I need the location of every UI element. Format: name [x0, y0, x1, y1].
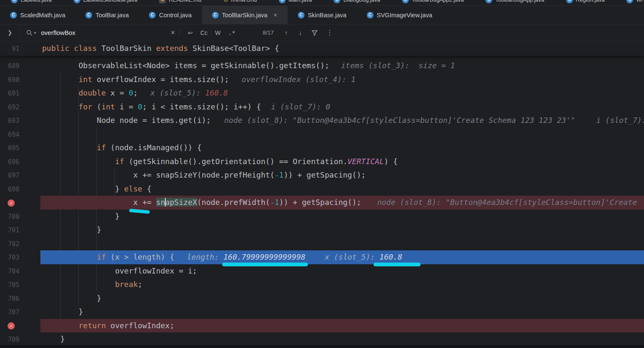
- java-class-icon: C: [566, 0, 573, 3]
- indent: [42, 225, 97, 234]
- code-token: i =: [119, 102, 138, 111]
- tab-dialogbug-java[interactable]: CDialogBug.java: [323, 0, 391, 3]
- next-occurrence-icon[interactable]: ↓: [299, 29, 302, 36]
- sticky-line[interactable]: 91public class ToolBarSkin extends SkinB…: [0, 41, 644, 56]
- gutter: 91: [0, 41, 40, 56]
- tab-region-java[interactable]: CRegion.java: [555, 0, 616, 3]
- text-caret: [165, 198, 166, 207]
- code-line-702[interactable]: 702: [0, 237, 644, 251]
- code-token: 0: [129, 88, 133, 97]
- code-text: return overflowIndex;: [40, 321, 174, 330]
- code-line-691[interactable]: 691 double x = 0;x (slot_5): 160.8: [0, 86, 644, 100]
- indent: [42, 157, 115, 166]
- filter-icon[interactable]: [311, 29, 318, 36]
- tab-control-java[interactable]: CControl.java: [139, 6, 201, 24]
- code-line-706[interactable]: 706 }: [0, 292, 644, 305]
- line-number: 703: [0, 251, 19, 265]
- expand-replace-button[interactable]: ❯: [0, 24, 20, 41]
- previous-occurrence-icon[interactable]: ↑: [285, 29, 288, 36]
- code-text: for (int i = 0; i < items.size(); i++) {: [40, 102, 261, 111]
- tab-labeled-java[interactable]: CLabeled.java: [0, 0, 63, 3]
- breakpoint-icon[interactable]: ✓: [8, 199, 15, 207]
- tab-wi[interactable]: CWi: [615, 0, 644, 3]
- indent: [42, 307, 79, 316]
- whole-words-toggle[interactable]: W: [211, 29, 224, 36]
- newline-toggle-icon[interactable]: ↩: [184, 29, 196, 36]
- gutter: 703: [0, 250, 40, 265]
- tab-main-java[interactable]: CMain.java: [268, 0, 323, 3]
- tab-readme-md[interactable]: MREADME.md: [148, 0, 212, 3]
- gutter: 701: [0, 223, 40, 237]
- tab-svgimageview-java[interactable]: CSVGImageView.java: [357, 6, 443, 24]
- indent: [42, 61, 79, 70]
- code-editor[interactable]: 689 ObservableList<Node> items = getSkin…: [0, 56, 644, 348]
- code-line-699[interactable]: ✓ x += snapSizeX(node.prefWidth(-1)) + g…: [0, 196, 644, 210]
- hint-token: 160.8: [205, 88, 228, 97]
- breakpoint-icon[interactable]: ✓: [8, 322, 15, 329]
- tab-label: DialogBug.java: [343, 0, 380, 3]
- code-line-708[interactable]: ✓ return overflowIndex;: [0, 319, 644, 333]
- line-number: 695: [0, 141, 19, 155]
- gutter: 698: [0, 182, 40, 197]
- code-line-705[interactable]: 705 break;: [0, 278, 644, 292]
- code-token: public class: [42, 44, 101, 53]
- code-line-697[interactable]: 697 x += snapSizeY(node.prefHeight(-1)) …: [0, 168, 644, 182]
- debugger-inline-hint: overflowIndex (slot_4): 1: [241, 75, 355, 84]
- hint-token: x (slot_5):: [151, 88, 205, 97]
- code-token: if: [97, 252, 111, 261]
- code-line-698[interactable]: 698 } else {: [0, 182, 644, 196]
- search-input[interactable]: [40, 29, 168, 37]
- hint-token: node (slot_8): "Button@4ea3b4cf[styleCla…: [377, 198, 637, 207]
- code-token: Node node = items.get(i);: [97, 116, 211, 125]
- code-line-703[interactable]: 703 if (x > length) {length: 160.7999999…: [0, 250, 644, 264]
- code-line-693[interactable]: 693 Node node = items.get(i);node (slot_…: [0, 114, 644, 128]
- code-line-694[interactable]: 694: [0, 128, 644, 141]
- code-line-707[interactable]: 707 }: [0, 305, 644, 319]
- code-text: }: [40, 225, 101, 234]
- regex-toggle[interactable]: .*: [225, 29, 239, 36]
- tab-mvnw-cmd[interactable]: ⚙mvnw.cmd: [212, 0, 268, 3]
- tab-scaledmath-java[interactable]: CScaledMath.java: [0, 6, 75, 24]
- tab-toolbar-java[interactable]: CToolBar.java: [75, 6, 139, 24]
- debugger-inline-hint: i (slot_7):: [596, 116, 644, 125]
- line-number: 698: [0, 183, 19, 197]
- indent: [42, 184, 115, 193]
- tab-toolbarbugapp2-java[interactable]: CToolbarBugApp2.java: [391, 0, 475, 3]
- code-line-692[interactable]: 692 for (int i = 0; i < items.size(); i+…: [0, 100, 644, 114]
- java-class-icon: C: [74, 0, 80, 3]
- more-options-icon[interactable]: ⋮: [326, 29, 333, 37]
- line-number: 690: [0, 73, 19, 87]
- code-line-701[interactable]: 701 }: [0, 223, 644, 237]
- gutter: 696: [0, 155, 40, 169]
- search-icon[interactable]: ▾: [26, 29, 36, 36]
- code-line-689[interactable]: 689 ObservableList<Node> items = getSkin…: [0, 59, 644, 73]
- code-text: if (x > length) {: [40, 252, 174, 261]
- horizontal-scrollbar[interactable]: [0, 345, 644, 348]
- code-token: overflowIndex = items.size();: [97, 75, 229, 84]
- gutter: ✓: [0, 319, 40, 333]
- close-tab-icon[interactable]: ✕: [273, 12, 278, 18]
- tab-labeledskinbase-java[interactable]: CLabeledSkinBase.java: [63, 0, 148, 3]
- code-line-709[interactable]: 709 }: [0, 332, 644, 346]
- code-token: for: [79, 102, 97, 111]
- code-token: (getSkinnable().getOrientation() == Orie…: [129, 157, 347, 166]
- code-text: ObservableList<Node> items = getSkinnabl…: [40, 61, 329, 70]
- code-line-700[interactable]: 700 }: [0, 210, 644, 223]
- tab-toolbarskin-java[interactable]: CToolBarSkin.java✕: [202, 6, 288, 24]
- code-token: apSizeX: [165, 198, 197, 207]
- match-case-toggle[interactable]: Cc: [196, 29, 211, 36]
- code-text: } else {: [40, 184, 151, 193]
- tab-toolbarbugapp-java[interactable]: CToolbarBugApp.java: [474, 0, 555, 3]
- gutter: 697: [0, 168, 40, 183]
- code-line-696[interactable]: 696 if (getSkinnable().getOrientation() …: [0, 155, 644, 169]
- code-line-690[interactable]: 690 int overflowIndex = items.size();ove…: [0, 73, 644, 87]
- hint-token: items (slot_3): size = 1: [341, 61, 455, 70]
- tab-skinbase-java[interactable]: CSkinBase.java: [288, 6, 357, 24]
- code-line-704[interactable]: 704 overflowIndex = i;: [0, 264, 644, 278]
- code-line-695[interactable]: 695 if (node.isManaged()) {: [0, 141, 644, 155]
- line-number: 694: [0, 128, 19, 142]
- code-token: -1: [270, 198, 279, 207]
- clear-search-icon[interactable]: ✕: [171, 29, 175, 36]
- code-token: x =: [111, 88, 129, 97]
- debugger-inline-hint: x (slot_5): 160.8: [325, 252, 402, 261]
